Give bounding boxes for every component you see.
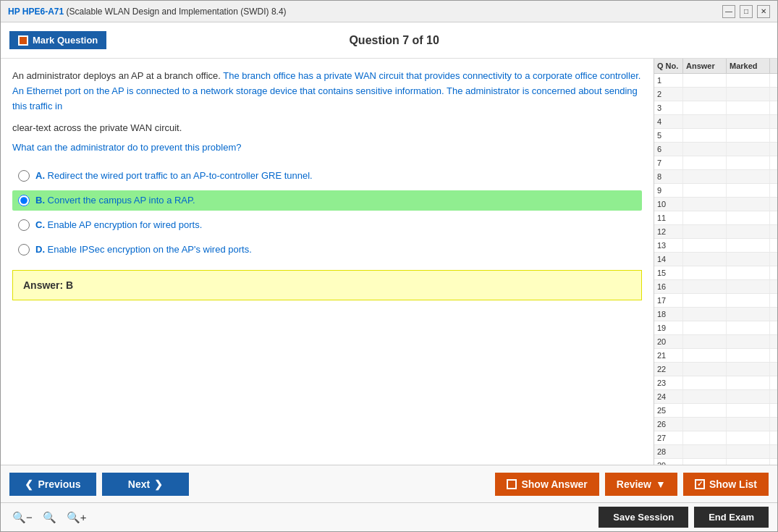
previous-label: Previous [38, 478, 80, 490]
question-title: Question 7 of 10 [349, 34, 439, 47]
title-bar: HP HPE6-A71 (Scalable WLAN Design and Im… [1, 1, 777, 22]
list-item[interactable]: 3 [654, 101, 777, 115]
option-a-radio[interactable] [18, 170, 30, 182]
list-item[interactable]: 9 [654, 184, 777, 198]
question-list-panel: Q No. Answer Marked 12345678910111213141… [654, 59, 777, 465]
list-item[interactable]: 27 [654, 431, 777, 445]
show-list-icon [695, 479, 705, 489]
maximize-button[interactable]: □ [740, 5, 753, 18]
options-list: A. Redirect the wired port traffic to an… [12, 166, 642, 260]
show-answer-label: Show Answer [521, 478, 587, 490]
list-item[interactable]: 2 [654, 88, 777, 101]
list-item[interactable]: 29 [654, 459, 777, 465]
next-arrow-icon: ❯ [154, 478, 163, 490]
bottom-row2: 🔍− 🔍 🔍+ Save Session End Exam [1, 502, 777, 531]
answer-box: Answer: B [12, 270, 642, 300]
list-item[interactable]: 21 [654, 349, 777, 363]
session-exam-buttons: Save Session End Exam [599, 507, 769, 528]
show-answer-icon [507, 479, 517, 489]
question-list-rows: 1234567891011121314151617181920212223242… [654, 74, 777, 465]
next-label: Next [128, 478, 150, 490]
list-item[interactable]: 15 [654, 266, 777, 280]
list-item[interactable]: 24 [654, 390, 777, 404]
bottom-nav-bar: ❮ Previous Next ❯ Show Answer Review ▼ S… [1, 465, 777, 502]
list-item[interactable]: 28 [654, 445, 777, 459]
answer-text: Answer: B [23, 279, 73, 291]
col-answer: Answer [683, 59, 727, 73]
review-arrow-icon: ▼ [656, 478, 666, 490]
question-subtext: clear-text across the private WAN circui… [12, 121, 642, 136]
list-item[interactable]: 20 [654, 335, 777, 349]
mark-question-button[interactable]: Mark Question [9, 31, 106, 49]
option-b-radio[interactable] [18, 195, 30, 206]
main-area: An administrator deploys an AP at a bran… [1, 59, 777, 465]
save-session-label: Save Session [613, 512, 674, 523]
option-a[interactable]: A. Redirect the wired port traffic to an… [12, 166, 642, 186]
list-item[interactable]: 11 [654, 211, 777, 225]
option-c-radio[interactable] [18, 219, 30, 231]
mark-question-label: Mark Question [33, 35, 98, 46]
list-item[interactable]: 17 [654, 294, 777, 308]
review-button[interactable]: Review ▼ [605, 473, 677, 496]
zoom-out-button[interactable]: 🔍− [9, 510, 35, 525]
previous-button[interactable]: ❮ Previous [9, 473, 96, 496]
zoom-reset-button[interactable]: 🔍 [40, 510, 59, 525]
mark-checkbox-icon [18, 35, 28, 46]
zoom-in-button[interactable]: 🔍+ [64, 510, 90, 525]
window-title: HP HPE6-A71 (Scalable WLAN Design and Im… [8, 7, 287, 17]
col-qno: Q No. [654, 59, 683, 73]
show-list-button[interactable]: Show List [683, 473, 769, 496]
review-label: Review [617, 478, 651, 490]
col-marked: Marked [727, 59, 770, 73]
list-item[interactable]: 13 [654, 239, 777, 253]
list-item[interactable]: 25 [654, 404, 777, 418]
main-window: HP HPE6-A71 (Scalable WLAN Design and Im… [0, 0, 778, 532]
save-session-button[interactable]: Save Session [599, 507, 688, 528]
show-answer-button[interactable]: Show Answer [495, 473, 599, 496]
list-item[interactable]: 16 [654, 280, 777, 294]
question-text: An administrator deploys an AP at a bran… [12, 69, 642, 114]
previous-arrow-icon: ❮ [25, 478, 33, 490]
option-b[interactable]: B. Convert the campus AP into a RAP. [12, 190, 642, 211]
show-list-label: Show List [709, 478, 757, 490]
list-item[interactable]: 5 [654, 129, 777, 143]
minimize-button[interactable]: — [722, 5, 735, 18]
zoom-controls: 🔍− 🔍 🔍+ [9, 510, 90, 525]
list-item[interactable]: 6 [654, 143, 777, 156]
end-exam-label: End Exam [709, 512, 754, 523]
list-item[interactable]: 7 [654, 156, 777, 170]
option-c[interactable]: C. Enable AP encryption for wired ports. [12, 215, 642, 235]
option-d[interactable]: D. Enable IPSec encryption on the AP's w… [12, 240, 642, 260]
next-button[interactable]: Next ❯ [102, 473, 189, 496]
list-item[interactable]: 10 [654, 198, 777, 211]
list-item[interactable]: 19 [654, 321, 777, 335]
end-exam-button[interactable]: End Exam [694, 507, 769, 528]
list-item[interactable]: 12 [654, 225, 777, 239]
list-item[interactable]: 23 [654, 376, 777, 390]
close-button[interactable]: ✕ [757, 5, 770, 18]
list-item[interactable]: 22 [654, 363, 777, 376]
list-item[interactable]: 18 [654, 308, 777, 321]
toolbar: Mark Question Question 7 of 10 [1, 22, 777, 59]
list-item[interactable]: 14 [654, 253, 777, 266]
list-item[interactable]: 8 [654, 170, 777, 184]
option-d-radio[interactable] [18, 244, 30, 256]
question-list-header: Q No. Answer Marked [654, 59, 777, 74]
list-item[interactable]: 26 [654, 418, 777, 431]
list-item[interactable]: 1 [654, 74, 777, 88]
question-area: An administrator deploys an AP at a bran… [1, 59, 654, 465]
question-ask: What can the administrator do to prevent… [12, 140, 642, 156]
list-item[interactable]: 4 [654, 115, 777, 129]
window-controls: — □ ✕ [722, 5, 770, 18]
